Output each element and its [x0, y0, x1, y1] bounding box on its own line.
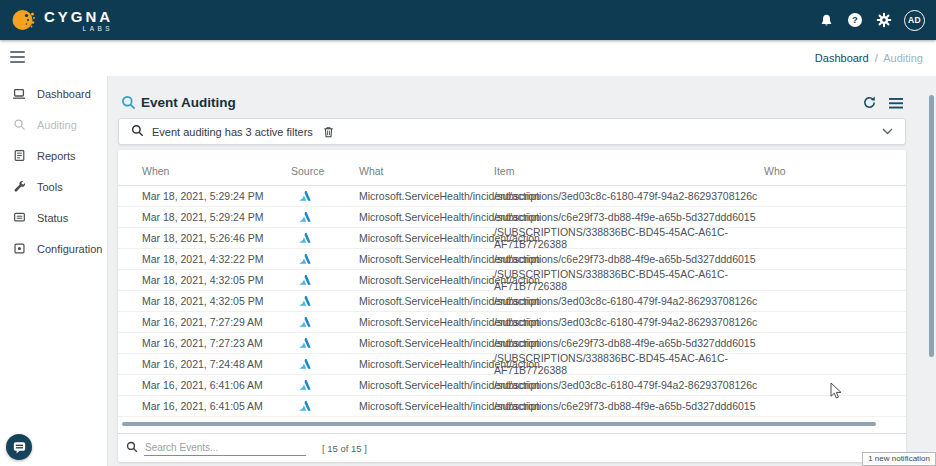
- row-count-label: [ 15 of 15 ]: [322, 443, 367, 454]
- user-avatar[interactable]: AD: [904, 10, 925, 31]
- cell-when: Mar 16, 2021, 7:27:23 AM: [118, 337, 291, 349]
- cell-when: Mar 16, 2021, 6:41:05 AM: [118, 400, 291, 412]
- cell-when: Mar 16, 2021, 6:41:06 AM: [118, 379, 291, 391]
- help-icon[interactable]: ?: [846, 11, 864, 29]
- cell-when: Mar 18, 2021, 5:26:46 PM: [118, 232, 291, 244]
- sidebar-item-reports[interactable]: Reports: [0, 140, 107, 171]
- column-header-who[interactable]: Who: [764, 165, 906, 177]
- column-header-when[interactable]: When: [118, 165, 291, 177]
- menu-icon[interactable]: [888, 96, 904, 114]
- table-footer: [ 15 of 15 ]: [118, 433, 906, 462]
- table-row[interactable]: Mar 16, 2021, 6:41:06 AM Microsoft.Servi…: [118, 375, 906, 396]
- app-window: CYGNA LABS ?: [0, 0, 936, 466]
- cell-source: [291, 296, 359, 306]
- azure-icon: [299, 317, 311, 327]
- breadcrumb: Dashboard / Auditing: [815, 52, 923, 64]
- table-row[interactable]: Mar 18, 2021, 4:32:05 PM Microsoft.Servi…: [118, 291, 906, 312]
- cell-what: Microsoft.ServiceHealth/incident/action: [359, 232, 494, 244]
- cell-what: Microsoft.ServiceHealth/incident/action: [359, 211, 494, 223]
- tools-wrench-icon: [12, 180, 26, 194]
- configuration-icon: [12, 242, 26, 256]
- sub-header-bar: Dashboard / Auditing: [0, 40, 936, 76]
- cell-item: /SUBSCRIPTIONS/338836BC-BD45-45AC-A61C-A…: [494, 268, 764, 292]
- cell-source: [291, 212, 359, 222]
- azure-icon: [299, 338, 311, 348]
- column-header-source[interactable]: Source: [291, 165, 359, 177]
- azure-icon: [299, 212, 311, 222]
- sidebar-item-tools[interactable]: Tools: [0, 171, 107, 202]
- sidebar-item-label: Dashboard: [37, 88, 91, 100]
- page-title-search-icon: [121, 95, 136, 114]
- table-row[interactable]: Mar 18, 2021, 5:26:46 PM Microsoft.Servi…: [118, 228, 906, 249]
- refresh-icon[interactable]: [862, 95, 877, 114]
- cell-source: [291, 380, 359, 390]
- sidebar-item-dashboard[interactable]: Dashboard: [0, 78, 107, 109]
- cell-what: Microsoft.ServiceHealth/incident/action: [359, 190, 494, 202]
- table-row[interactable]: Mar 16, 2021, 7:24:48 AM Microsoft.Servi…: [118, 354, 906, 375]
- notifications-bell-icon[interactable]: [817, 11, 835, 29]
- cell-when: Mar 16, 2021, 7:24:48 AM: [118, 358, 291, 370]
- footer-search-icon: [126, 439, 138, 457]
- cell-source: [291, 317, 359, 327]
- cell-item: /subscriptions/3ed03c8c-6180-479f-94a2-8…: [494, 379, 764, 391]
- table-row[interactable]: Mar 18, 2021, 5:29:24 PM Microsoft.Servi…: [118, 186, 906, 207]
- chevron-down-icon[interactable]: [882, 128, 893, 135]
- cell-when: Mar 18, 2021, 4:32:22 PM: [118, 253, 291, 265]
- azure-icon: [299, 296, 311, 306]
- sidebar-item-label: Tools: [37, 181, 63, 193]
- table-row[interactable]: Mar 16, 2021, 6:41:05 AM Microsoft.Servi…: [118, 396, 906, 417]
- horizontal-scrollbar[interactable]: [122, 422, 876, 426]
- sidebar-item-label: Auditing: [37, 119, 77, 131]
- event-auditing-table: When Source What Item Who Mar 18, 2021, …: [118, 150, 906, 462]
- active-filters-label: Event auditing has 3 active filters: [152, 126, 313, 138]
- vertical-scrollbar[interactable]: [929, 95, 934, 357]
- sidebar-item-configuration[interactable]: Configuration: [0, 233, 107, 264]
- cell-item: /subscriptions/3ed03c8c-6180-479f-94a2-8…: [494, 190, 764, 202]
- azure-icon: [299, 359, 311, 369]
- table-row[interactable]: Mar 16, 2021, 7:27:29 AM Microsoft.Servi…: [118, 312, 906, 333]
- column-header-item[interactable]: Item: [494, 165, 764, 177]
- cell-source: [291, 401, 359, 411]
- breadcrumb-dashboard[interactable]: Dashboard: [815, 52, 869, 64]
- settings-gear-icon[interactable]: [875, 11, 893, 29]
- cell-source: [291, 275, 359, 285]
- chat-button[interactable]: [6, 434, 32, 460]
- cell-source: [291, 254, 359, 264]
- table-row[interactable]: Mar 16, 2021, 7:27:23 AM Microsoft.Servi…: [118, 333, 906, 354]
- sidebar-item-label: Reports: [37, 150, 76, 162]
- column-header-what[interactable]: What: [359, 165, 494, 177]
- sidebar-toggle-hamburger-icon[interactable]: [10, 51, 25, 63]
- sidebar-item-label: Configuration: [37, 243, 102, 255]
- brand-name: CYGNA: [44, 9, 113, 24]
- cell-when: Mar 18, 2021, 5:29:24 PM: [118, 190, 291, 202]
- filter-bar[interactable]: Event auditing has 3 active filters: [118, 118, 906, 145]
- cell-item: /subscriptions/c6e29f73-db88-4f9e-a65b-5…: [494, 253, 764, 265]
- table-row[interactable]: Mar 18, 2021, 5:29:24 PM Microsoft.Servi…: [118, 207, 906, 228]
- sidebar-item-label: Status: [37, 212, 68, 224]
- sidebar-nav: Dashboard Auditing Reports Tools Status: [0, 76, 108, 466]
- logo-mark-icon: [11, 7, 37, 33]
- azure-icon: [299, 401, 311, 411]
- sidebar-item-auditing[interactable]: Auditing: [0, 109, 107, 140]
- table-row[interactable]: Mar 18, 2021, 4:32:22 PM Microsoft.Servi…: [118, 249, 906, 270]
- notification-toast[interactable]: 1 new notification: [862, 452, 936, 466]
- cygna-labs-logo[interactable]: CYGNA LABS: [11, 7, 113, 33]
- cell-item: /SUBSCRIPTIONS/338836BC-BD45-45AC-A61C-A…: [494, 226, 764, 250]
- table-row[interactable]: Mar 18, 2021, 4:32:05 PM Microsoft.Servi…: [118, 270, 906, 291]
- clear-filters-trash-icon[interactable]: [323, 126, 334, 138]
- filter-search-icon: [131, 123, 144, 141]
- cell-item: /subscriptions/c6e29f73-db88-4f9e-a65b-5…: [494, 211, 764, 223]
- dashboard-icon: [12, 87, 26, 101]
- cell-what: Microsoft.ServiceHealth/incident/action: [359, 316, 494, 328]
- cell-item: /subscriptions/3ed03c8c-6180-479f-94a2-8…: [494, 316, 764, 328]
- cell-source: [291, 359, 359, 369]
- cell-item: /subscriptions/3ed03c8c-6180-479f-94a2-8…: [494, 295, 764, 307]
- azure-icon: [299, 191, 311, 201]
- azure-icon: [299, 275, 311, 285]
- cell-what: Microsoft.ServiceHealth/incident/action: [359, 253, 494, 265]
- azure-icon: [299, 233, 311, 243]
- search-events-input[interactable]: [144, 440, 306, 456]
- table-body: Mar 18, 2021, 5:29:24 PM Microsoft.Servi…: [118, 186, 906, 417]
- top-header-bar: CYGNA LABS ?: [0, 0, 936, 40]
- sidebar-item-status[interactable]: Status: [0, 202, 107, 233]
